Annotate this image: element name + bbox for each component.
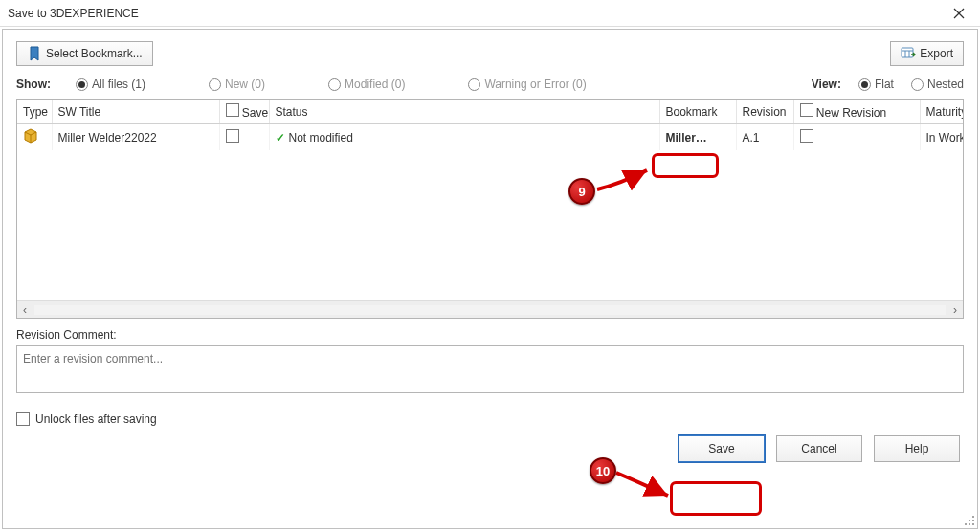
- cell-status: ✓Not modified: [269, 124, 659, 151]
- export-button[interactable]: Export: [890, 41, 964, 66]
- checkbox-icon[interactable]: [226, 129, 239, 143]
- footer-buttons: Save Cancel Help: [3, 431, 977, 472]
- filter-row: Show: All files (1) New (0) Modified (0)…: [3, 74, 977, 99]
- close-button[interactable]: [946, 4, 972, 23]
- cell-status-text: Not modified: [289, 131, 353, 144]
- filter-modified[interactable]: Modified (0): [328, 77, 405, 91]
- radio-icon: [911, 78, 924, 91]
- col-revision[interactable]: Revision: [736, 100, 793, 124]
- close-icon: [953, 8, 965, 19]
- annotation-box-bookmark: [652, 153, 719, 178]
- col-sw-title[interactable]: SW Title: [52, 100, 219, 124]
- radio-icon: [468, 78, 480, 91]
- grid-table: Type SW Title Save Status Bookmark Revis…: [17, 100, 963, 150]
- cell-sw-title: Miller Welder22022: [52, 124, 219, 151]
- unlock-checkbox[interactable]: [16, 412, 30, 426]
- radio-icon: [858, 78, 871, 91]
- grid-header-row: Type SW Title Save Status Bookmark Revis…: [17, 100, 963, 124]
- resize-grip-icon[interactable]: [963, 514, 976, 527]
- checkbox-icon[interactable]: [226, 103, 239, 117]
- cell-maturity: In Work: [920, 124, 963, 151]
- filter-warning-label: Warning or Error (0): [484, 77, 586, 91]
- svg-point-8: [972, 520, 974, 521]
- filter-all-label: All files (1): [92, 77, 145, 91]
- filter-new[interactable]: New (0): [209, 77, 265, 91]
- svg-point-11: [972, 523, 974, 525]
- filter-modified-label: Modified (0): [345, 77, 405, 91]
- annotation-9: 9: [568, 178, 595, 205]
- svg-point-7: [969, 520, 970, 521]
- filter-warning[interactable]: Warning or Error (0): [468, 77, 586, 91]
- files-grid: Type SW Title Save Status Bookmark Revis…: [16, 99, 964, 319]
- scroll-track[interactable]: [34, 305, 946, 315]
- help-button[interactable]: Help: [874, 435, 960, 462]
- view-section: View: Flat Nested: [812, 77, 964, 91]
- svg-point-9: [965, 523, 967, 525]
- cell-save-chk[interactable]: [219, 124, 269, 151]
- save-button[interactable]: Save: [679, 435, 765, 462]
- cell-revision: A.1: [736, 124, 793, 151]
- unlock-label: Unlock files after saving: [35, 412, 157, 426]
- annotation-box-save: [670, 481, 762, 516]
- view-nested[interactable]: Nested: [911, 77, 964, 91]
- annotation-arrow-10: [614, 467, 674, 501]
- help-button-label: Help: [905, 442, 929, 455]
- cancel-button[interactable]: Cancel: [776, 435, 862, 462]
- cancel-button-label: Cancel: [801, 442, 836, 455]
- col-save[interactable]: Save: [219, 100, 269, 124]
- export-icon: [901, 46, 916, 61]
- show-label: Show:: [16, 77, 51, 91]
- titlebar: Save to 3DEXPERIENCE: [0, 0, 980, 27]
- col-status[interactable]: Status: [269, 100, 659, 124]
- checkbox-icon[interactable]: [800, 103, 813, 117]
- part-icon: [23, 128, 38, 144]
- horizontal-scrollbar[interactable]: ‹ ›: [17, 300, 963, 318]
- cell-new-revision-chk[interactable]: [793, 124, 920, 151]
- unlock-row: Unlock files after saving: [3, 393, 977, 431]
- col-type[interactable]: Type: [17, 100, 52, 124]
- dialog-body: Select Bookmark... Export Show: All file…: [2, 29, 978, 529]
- filter-new-label: New (0): [225, 77, 265, 91]
- view-label: View:: [812, 77, 841, 91]
- grid-scroll-area[interactable]: Type SW Title Save Status Bookmark Revis…: [17, 100, 963, 318]
- select-bookmark-button[interactable]: Select Bookmark...: [16, 41, 153, 66]
- save-to-3dex-dialog: Save to 3DEXPERIENCE Select Bookmark... …: [0, 0, 980, 531]
- scroll-left-icon[interactable]: ‹: [17, 302, 33, 318]
- cell-type: [17, 124, 52, 151]
- window-title: Save to 3DEXPERIENCE: [8, 7, 139, 20]
- top-toolbar: Select Bookmark... Export: [3, 30, 977, 74]
- col-new-revision-label: New Revision: [816, 106, 886, 120]
- col-bookmark[interactable]: Bookmark: [659, 100, 736, 124]
- svg-rect-2: [902, 48, 913, 57]
- svg-point-10: [969, 523, 970, 525]
- view-flat[interactable]: Flat: [858, 77, 894, 91]
- checkbox-icon[interactable]: [800, 129, 813, 143]
- revision-comment-input[interactable]: [16, 345, 964, 393]
- checkmark-icon: ✓: [276, 131, 285, 144]
- col-new-revision[interactable]: New Revision: [793, 100, 920, 124]
- col-save-label: Save: [242, 106, 268, 120]
- bookmark-icon: [27, 46, 42, 61]
- revision-comment-label: Revision Comment:: [3, 319, 977, 345]
- table-row[interactable]: Miller Welder22022 ✓Not modified Miller……: [17, 124, 963, 151]
- export-label: Export: [920, 47, 953, 60]
- svg-point-6: [972, 516, 974, 518]
- annotation-10: 10: [590, 457, 616, 484]
- scroll-right-icon[interactable]: ›: [947, 302, 963, 318]
- view-nested-label: Nested: [927, 77, 964, 91]
- radio-icon: [328, 78, 341, 91]
- radio-icon: [209, 78, 221, 91]
- col-maturity[interactable]: Maturity: [920, 100, 963, 124]
- cell-bookmark[interactable]: Miller…: [659, 124, 736, 151]
- radio-icon: [76, 78, 88, 91]
- select-bookmark-label: Select Bookmark...: [46, 47, 143, 60]
- filter-all[interactable]: All files (1): [76, 77, 145, 91]
- save-button-label: Save: [708, 442, 734, 455]
- view-flat-label: Flat: [875, 77, 894, 91]
- annotation-arrow-9: [593, 165, 655, 197]
